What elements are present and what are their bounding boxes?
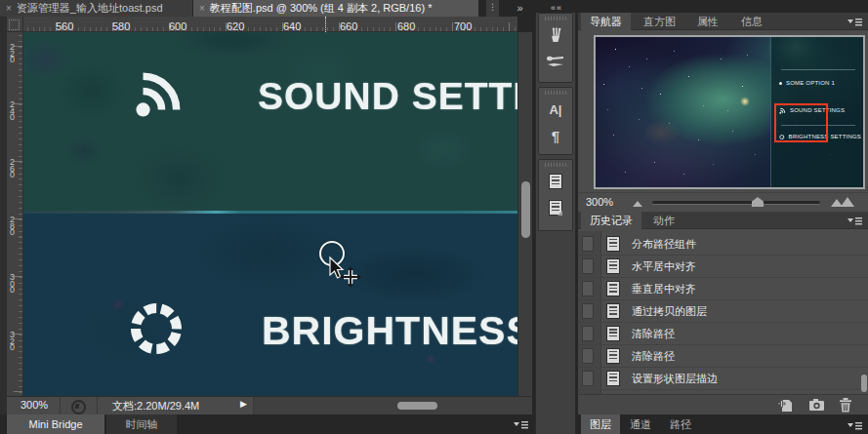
horizontal-scrollbar-thumb[interactable] (397, 402, 437, 410)
dock-group-type: A| ¶ (538, 87, 573, 155)
canvas-horizontal-scrollbar[interactable] (253, 397, 532, 414)
paragraph-panel-icon[interactable]: ¶ (543, 124, 568, 147)
drag-gripper[interactable] (545, 91, 566, 95)
ruler-tick-label: 700 (454, 20, 472, 32)
character-panel-icon[interactable]: A| (543, 98, 568, 121)
navigator-zoom-slider[interactable] (652, 201, 820, 205)
tab-actions[interactable]: 动作 (644, 212, 683, 229)
history-panel-tab-bar: 历史记录 动作 (578, 212, 868, 229)
tab-histogram[interactable]: 直方图 (635, 13, 684, 30)
history-step[interactable]: 分布路径组件 (578, 233, 868, 256)
panel-menu-icon[interactable] (847, 217, 862, 225)
tab-mini-bridge[interactable]: Mini Bridge (7, 414, 104, 434)
dock-group-brushes (538, 13, 573, 83)
status-expand-arrow-icon[interactable]: ▶ (240, 399, 247, 409)
history-step[interactable]: 清除路径 (578, 323, 868, 345)
new-snapshot-camera-icon[interactable] (808, 398, 825, 412)
zoom-out-icon[interactable] (633, 201, 642, 207)
history-step-label: 水平居中对齐 (632, 259, 696, 274)
history-source-checkbox[interactable] (582, 303, 594, 319)
new-document-from-state-icon[interactable] (778, 398, 794, 413)
history-step[interactable]: 清除路径 (578, 345, 868, 368)
history-state-icon (606, 303, 620, 319)
history-source-checkbox[interactable] (582, 371, 594, 386)
canvas-brightness-section (23, 214, 517, 396)
history-step-label: 通过拷贝的图层 (632, 304, 707, 319)
tab-layers[interactable]: 图层 (581, 414, 620, 434)
history-source-checkbox[interactable] (582, 258, 594, 274)
tab-properties[interactable]: 属性 (688, 13, 727, 30)
canvas-vertical-scrollbar[interactable] (517, 32, 532, 396)
horizontal-ruler[interactable]: 560 580 600 620 640 660 680 700 (23, 17, 517, 32)
navigator-zoom-field[interactable]: 300% (586, 196, 613, 208)
tool-presets-icon[interactable] (543, 50, 568, 73)
navigator-panel: SOME OPTION 1 SOUND SETTINGS (578, 30, 868, 212)
document-tab-overflowed[interactable]: ⋮ (486, 0, 499, 17)
menu-item-label: SOME OPTION 1 (786, 80, 835, 86)
document-tab-2[interactable]: ×教程配图.psd @ 300% (组 4 副本 2, RGB/16) * (193, 0, 478, 17)
delete-trash-icon[interactable] (839, 398, 852, 413)
panel-menu-icon[interactable] (847, 421, 862, 430)
history-source-checkbox[interactable] (582, 348, 594, 364)
paragraph-styles-icon[interactable] (543, 196, 568, 219)
document-tab-2-label: 教程配图.psd @ 300% (组 4 副本 2, RGB/16) * (210, 2, 433, 14)
zoom-in-icon[interactable] (841, 197, 854, 207)
navigator-preview[interactable]: SOME OPTION 1 SOUND SETTINGS (594, 35, 865, 189)
history-step-label: 垂直居中对齐 (632, 282, 696, 296)
ruler-tick-label: 280 (10, 217, 18, 236)
zoom-level-field[interactable]: 300% (21, 399, 48, 411)
navigator-view-box[interactable] (774, 103, 828, 142)
history-state-icon (606, 348, 620, 364)
tab-paths[interactable]: 路径 (661, 414, 700, 434)
history-step[interactable]: 水平居中对齐 (578, 256, 868, 278)
close-icon[interactable]: × (6, 3, 12, 14)
ruler-tick-label: 620 (227, 20, 244, 32)
dock-group-styles (538, 159, 573, 231)
history-panel: 分布路径组件 水平居中对齐 垂直居中对齐 通过拷贝的图层 清除路径 (578, 231, 868, 394)
history-source-checkbox[interactable] (582, 236, 594, 252)
document-canvas[interactable]: SOUND SETTIN BRIGHTNESS S (23, 32, 517, 396)
brush-presets-icon[interactable] (543, 23, 568, 47)
drag-gripper[interactable] (545, 17, 566, 20)
nebula-image: SOME OPTION 1 SOUND SETTINGS (596, 37, 863, 187)
document-tab-1[interactable]: ×资源管理器_输入地址toast.psd (0, 0, 192, 17)
bullet-icon (779, 82, 782, 85)
brightness-settings-title: BRIGHTNESS S (262, 308, 517, 354)
vertical-scrollbar-thumb[interactable] (521, 181, 530, 238)
close-icon[interactable]: × (199, 3, 205, 14)
menu-divider (781, 69, 855, 70)
tab-history[interactable]: 历史记录 (581, 212, 641, 229)
cursor-position-marker (325, 17, 326, 32)
tab-overflow-chevron-icon[interactable]: » (509, 0, 532, 17)
zoom-slider-thumb[interactable] (752, 197, 764, 207)
navigator-footer: 300% (578, 192, 868, 212)
history-step[interactable]: 垂直居中对齐 (578, 278, 868, 300)
character-styles-icon[interactable] (543, 170, 568, 193)
panel-menu-icon[interactable] (514, 420, 528, 429)
panel-menu-icon[interactable] (847, 18, 862, 26)
panel-icon-dock: A| ¶ (535, 13, 576, 434)
ruler-tick-label: 660 (340, 20, 357, 32)
mouse-cursor-move-icon (314, 238, 365, 289)
ruler-origin-box[interactable] (7, 17, 23, 32)
history-source-checkbox[interactable] (582, 281, 594, 296)
ruler-tick-label: 220 (10, 44, 18, 63)
layers-panel-tab-bar: 图层 通道 路径 (578, 414, 868, 434)
tab-info[interactable]: 信息 (732, 13, 771, 30)
history-step-label: 清除路径 (632, 349, 675, 364)
ruler-tick-label: 680 (397, 20, 415, 32)
history-step[interactable]: 设置形状图层描边 (578, 368, 868, 390)
tab-timeline[interactable]: 时间轴 (106, 414, 177, 434)
divider (97, 397, 98, 414)
document-size-info[interactable]: 文档:2.20M/29.4M (112, 399, 199, 414)
history-step[interactable]: 通过拷贝的图层 (578, 300, 868, 323)
workgroup-status-icon[interactable] (71, 400, 86, 414)
tab-navigator[interactable]: 导航器 (581, 13, 631, 30)
vertical-ruler[interactable]: 220 240 260 280 300 320 (7, 32, 23, 396)
history-source-checkbox[interactable] (582, 326, 594, 341)
history-state-icon (606, 371, 620, 386)
drag-gripper[interactable] (545, 163, 566, 167)
tab-channels[interactable]: 通道 (621, 414, 660, 434)
ruler-tick-label: 580 (112, 20, 130, 32)
history-scrollbar-thumb[interactable] (861, 375, 867, 392)
